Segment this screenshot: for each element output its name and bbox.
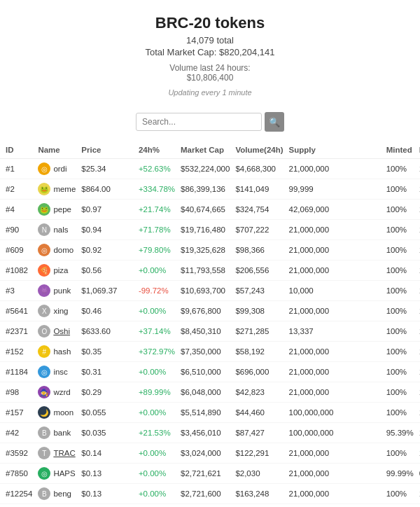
cell-minted: 100%	[384, 179, 416, 200]
table-row: #12254 B beng $0.13 +0.00% $2,721,600 $1…	[0, 484, 420, 504]
cell-change: +21.74%	[136, 200, 178, 220]
cell-id: #157	[0, 403, 35, 423]
cell-supply: 13,337	[286, 321, 384, 342]
cell-mcap: $8,450,310	[178, 321, 232, 342]
table-row: #7850 ◎ HAPS $0.13 +0.00% $2,721,621 $2,…	[0, 464, 420, 484]
table-row: #98 🧙 wzrd $0.29 +89.99% $6,048,000 $42,…	[0, 382, 420, 403]
token-name-label[interactable]: meme	[53, 185, 76, 193]
search-button[interactable]: 🔍	[265, 112, 284, 132]
cell-minted: 100%	[384, 261, 416, 281]
cell-limit: 1,000	[416, 382, 420, 403]
token-name-label[interactable]: wzrd	[53, 388, 70, 396]
cell-minted: 100%	[384, 443, 416, 464]
cell-limit: 1,000	[416, 403, 420, 423]
cell-limit: 1,000	[416, 362, 420, 382]
cell-minted: 100%	[384, 484, 416, 504]
token-name-label[interactable]: hash	[53, 347, 71, 356]
token-name-label[interactable]: domo	[53, 246, 74, 254]
cell-limit: 1,000	[416, 200, 420, 220]
cell-id: #7850	[0, 464, 35, 484]
token-name-label[interactable]: moon	[53, 408, 74, 417]
cell-supply: 100,000,000	[286, 423, 384, 443]
token-icon: 🍕	[38, 264, 50, 277]
col-header-id: ID	[0, 141, 35, 159]
search-input[interactable]	[136, 113, 262, 131]
cell-limit: 1,000	[416, 443, 420, 464]
cell-name: 🍕 piza	[35, 261, 78, 281]
cell-minted: 100%	[384, 200, 416, 220]
cell-supply: 21,000,000	[286, 484, 384, 504]
volume-value: $10,806,400	[7, 73, 413, 83]
cell-id: #3	[0, 281, 35, 301]
cell-id: #2371	[0, 321, 35, 342]
cell-name: 🌙 moon	[35, 403, 78, 423]
col-header-limit: Limit per mint	[416, 141, 420, 159]
token-name-label[interactable]: HAPS	[53, 469, 75, 478]
cell-name: ◎ domo	[35, 240, 78, 261]
token-name-label[interactable]: ordi	[53, 165, 66, 173]
table-row: #2371 O Oshi $633.60 +37.14% $8,450,310 …	[0, 321, 420, 342]
cell-price: $1,069.37	[78, 281, 136, 301]
token-icon: B	[38, 426, 50, 439]
cell-id: #1	[0, 159, 35, 179]
cell-price: $0.13	[78, 484, 136, 504]
cell-supply: 21,000,000	[286, 382, 384, 403]
cell-supply: 21,000,000	[286, 220, 384, 240]
token-icon: N	[38, 223, 50, 236]
page-title: BRC-20 tokens	[7, 14, 413, 32]
token-name-label[interactable]: insc	[53, 368, 67, 376]
cell-change: +37.14%	[136, 321, 178, 342]
cell-change: +0.00%	[136, 484, 178, 504]
cell-vol: $80,546	[232, 504, 286, 508]
cell-limit: 1	[416, 321, 420, 342]
cell-price: $0.92	[78, 240, 136, 261]
cell-limit: 1,000	[416, 240, 420, 261]
cell-name: T TRAC	[35, 443, 78, 464]
cell-change: +0.00%	[136, 464, 178, 484]
token-name-label[interactable]: punk	[53, 286, 71, 295]
token-name-label[interactable]: xing	[53, 307, 68, 315]
table-row: #90 N nals $0.94 +71.78% $19,716,480 $70…	[0, 220, 420, 240]
cell-mcap: $86,399,136	[178, 179, 232, 200]
cell-limit: 1,000	[416, 342, 420, 362]
token-name-label[interactable]: pepe	[53, 205, 71, 214]
cell-id: #609	[0, 240, 35, 261]
cell-name: ◎ ordi	[35, 159, 78, 179]
cell-limit: 1,000	[416, 159, 420, 179]
cell-supply: 21,000,000	[286, 261, 384, 281]
token-icon: T	[38, 447, 50, 459]
token-icon: X	[38, 305, 50, 317]
cell-supply: 21,000,000	[286, 443, 384, 464]
cell-supply: 21,000,000	[286, 464, 384, 484]
token-icon: 🐸	[38, 203, 50, 216]
cell-minted: 100%	[384, 362, 416, 382]
cell-vol: $42,823	[232, 382, 286, 403]
cell-price: $0.94	[78, 220, 136, 240]
cell-price: $0.000000025	[78, 504, 136, 508]
token-name-label[interactable]: Oshi	[53, 327, 70, 335]
cell-supply: 10,000	[286, 281, 384, 301]
token-icon: #	[38, 345, 50, 358]
cell-change: +21.53%	[136, 423, 178, 443]
table-row: #42 B bank $0.035 +21.53% $3,456,010 $87…	[0, 423, 420, 443]
token-name-label[interactable]: piza	[53, 266, 68, 275]
cell-id: #98	[0, 382, 35, 403]
cell-vol: $4,668,300	[232, 159, 286, 179]
cell-vol: $163,248	[232, 484, 286, 504]
cell-minted: 100%	[384, 403, 416, 423]
token-name-label[interactable]: beng	[53, 489, 71, 498]
col-header-supply: Supply	[286, 141, 384, 159]
token-name-label[interactable]: bank	[53, 429, 71, 437]
cell-vol: $57,243	[232, 281, 286, 301]
cell-minted: 100%	[384, 382, 416, 403]
cell-minted: 99.99%	[384, 464, 416, 484]
token-name-label[interactable]: TRAC	[53, 449, 75, 457]
cell-name: ◎ insc	[35, 362, 78, 382]
cell-name: B bank	[35, 423, 78, 443]
token-name-label[interactable]: nals	[53, 225, 68, 234]
cell-vol: $2,030	[232, 464, 286, 484]
cell-mcap: $3,024,000	[178, 443, 232, 464]
cell-limit: 1,000	[416, 423, 420, 443]
cell-change: -99.72%	[136, 281, 178, 301]
cell-change: +0.00%	[136, 362, 178, 382]
